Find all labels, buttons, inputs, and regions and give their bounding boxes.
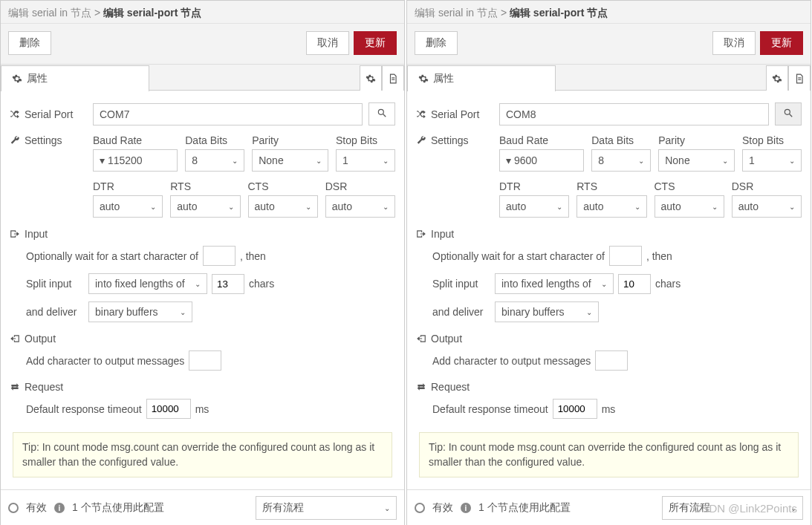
timeout-input[interactable] — [553, 399, 597, 419]
split-mode-select[interactable]: into fixed lengths of⌄ — [495, 273, 614, 294]
output-char-input[interactable] — [189, 350, 221, 371]
settings-icon-button[interactable] — [360, 65, 382, 91]
data-bits-label: Data Bits — [185, 134, 244, 146]
gear-icon — [418, 74, 429, 84]
update-button[interactable]: 更新 — [760, 31, 803, 55]
footer: 有效 i 1 个节点使用此配置 所有流程⌄ — [1, 489, 404, 525]
breadcrumb-current: 编辑 serial-port 节点 — [103, 7, 201, 19]
tab-row: 属性 — [407, 65, 811, 91]
settings-icon-button[interactable] — [766, 65, 788, 91]
swap-icon — [10, 382, 20, 392]
cts-label: CTS — [655, 180, 724, 192]
parity-select[interactable]: None⌄ — [252, 149, 328, 172]
data-bits-select[interactable]: 8⌄ — [185, 149, 244, 172]
wait-text-a: Optionally wait for a start character of — [432, 250, 605, 262]
wrench-icon — [10, 135, 20, 146]
wait-text-b: , then — [240, 250, 266, 262]
stop-bits-select[interactable]: 1⌄ — [742, 149, 802, 172]
gear-icon — [366, 74, 376, 84]
rts-select[interactable]: auto⌄ — [170, 195, 240, 218]
parity-label: Parity — [658, 134, 735, 146]
rts-label: RTS — [576, 180, 646, 192]
document-icon — [388, 74, 398, 84]
output-icon — [10, 333, 20, 344]
dsr-select[interactable]: auto⌄ — [325, 195, 395, 218]
form-body: Serial Port Settings Baud Rate▾ 115200 D… — [1, 91, 404, 489]
split-count-input[interactable] — [618, 274, 651, 294]
stop-bits-select[interactable]: 1⌄ — [336, 149, 395, 172]
cts-label: CTS — [248, 180, 318, 192]
serial-port-input[interactable] — [499, 103, 769, 125]
scope-select[interactable]: 所有流程⌄ — [662, 496, 803, 520]
breadcrumb: 编辑 serial in 节点 > 编辑 serial-port 节点 — [407, 1, 811, 24]
serial-port-input[interactable] — [93, 103, 363, 125]
enabled-toggle[interactable] — [8, 503, 19, 513]
cts-select[interactable]: auto⌄ — [248, 195, 318, 218]
deliver-label: and deliver — [432, 306, 490, 318]
settings-label: Settings — [416, 134, 493, 146]
toolbar: 删除 取消 更新 — [1, 24, 404, 65]
parity-select[interactable]: None⌄ — [658, 149, 735, 172]
deliver-mode-select[interactable]: binary buffers⌄ — [88, 301, 192, 322]
enabled-toggle[interactable] — [415, 503, 425, 513]
split-mode-select[interactable]: into fixed lengths of⌄ — [88, 273, 207, 294]
split-label: Split input — [26, 278, 84, 290]
shuffle-icon — [10, 109, 20, 120]
wrench-icon — [416, 135, 426, 146]
delete-button[interactable]: 删除 — [8, 31, 51, 55]
split-unit: chars — [249, 278, 274, 290]
delete-button[interactable]: 删除 — [415, 31, 458, 55]
stop-bits-label: Stop Bits — [336, 134, 395, 146]
output-section-header: Output — [10, 333, 395, 345]
doc-icon-button[interactable] — [382, 65, 404, 91]
update-button[interactable]: 更新 — [354, 31, 397, 55]
input-icon — [10, 229, 20, 239]
breadcrumb-prefix: 编辑 serial in 节点 > — [415, 7, 510, 19]
start-char-input[interactable] — [203, 246, 236, 266]
svg-line-3 — [383, 114, 386, 117]
baud-rate-label: Baud Rate — [499, 134, 584, 146]
scope-select[interactable]: 所有流程⌄ — [256, 496, 397, 520]
search-icon — [377, 108, 387, 118]
split-label: Split input — [432, 278, 490, 290]
wait-text-b: , then — [646, 250, 672, 262]
output-char-input[interactable] — [595, 350, 628, 371]
split-unit: chars — [655, 278, 681, 290]
svg-line-7 — [790, 114, 793, 117]
data-bits-select[interactable]: 8⌄ — [591, 149, 651, 172]
enabled-label: 有效 — [432, 501, 453, 515]
request-section-header: Request — [416, 381, 802, 393]
tab-properties[interactable]: 属性 — [407, 65, 556, 91]
rts-select[interactable]: auto⌄ — [576, 195, 646, 218]
breadcrumb-current: 编辑 serial-port 节点 — [510, 7, 608, 19]
serial-port-label: Serial Port — [416, 108, 493, 120]
dtr-select[interactable]: auto⌄ — [93, 195, 163, 218]
start-char-input[interactable] — [609, 246, 642, 266]
footer: 有效 i 1 个节点使用此配置 所有流程⌄ — [407, 489, 811, 525]
serial-port-search-button[interactable] — [775, 102, 802, 125]
deliver-mode-select[interactable]: binary buffers⌄ — [495, 301, 599, 322]
tab-label: 属性 — [433, 72, 454, 85]
info-icon: i — [54, 503, 65, 513]
dtr-select[interactable]: auto⌄ — [499, 195, 569, 218]
cts-select[interactable]: auto⌄ — [655, 195, 724, 218]
baud-rate-select[interactable]: ▾ 115200 — [93, 149, 178, 172]
wait-text-a: Optionally wait for a start character of — [26, 250, 198, 262]
deliver-label: and deliver — [26, 306, 84, 318]
serial-port-search-button[interactable] — [368, 102, 395, 125]
swap-icon — [416, 382, 426, 392]
dtr-label: DTR — [93, 180, 163, 192]
doc-icon-button[interactable] — [788, 65, 811, 91]
svg-point-2 — [378, 109, 383, 114]
dsr-select[interactable]: auto⌄ — [732, 195, 802, 218]
usage-text: 1 个节点使用此配置 — [72, 501, 164, 515]
cancel-button[interactable]: 取消 — [712, 31, 756, 55]
timeout-input[interactable] — [146, 399, 191, 419]
split-count-input[interactable] — [212, 274, 244, 294]
svg-point-6 — [785, 109, 790, 114]
tab-properties[interactable]: 属性 — [1, 65, 149, 91]
baud-rate-select[interactable]: ▾ 9600 — [499, 149, 584, 172]
tip-box: Tip: In count mode msg.count can overrid… — [13, 432, 392, 477]
cancel-button[interactable]: 取消 — [306, 31, 349, 55]
dsr-label: DSR — [325, 180, 395, 192]
